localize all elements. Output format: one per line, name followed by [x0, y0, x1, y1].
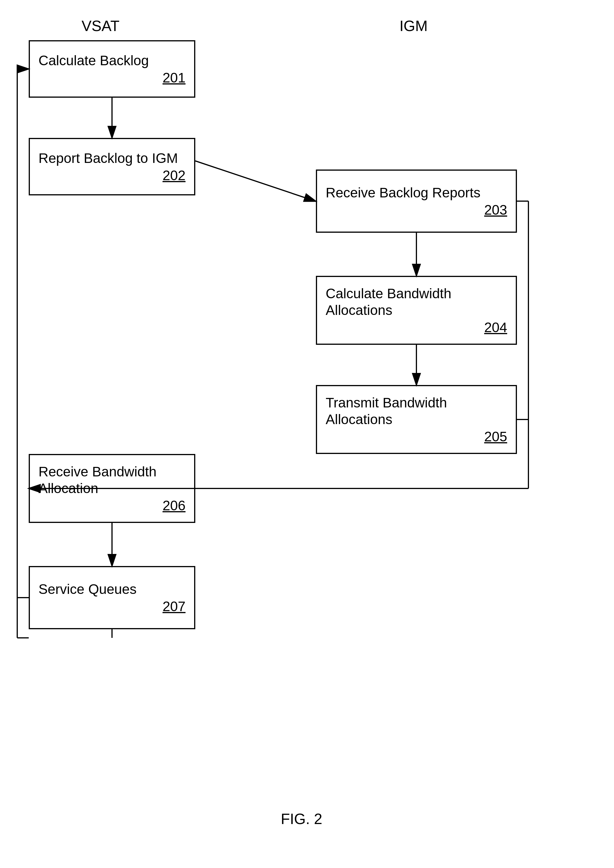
svg-line-6	[195, 161, 315, 201]
fig-label: FIG. 2	[259, 810, 345, 828]
igm-label: IGM	[316, 17, 511, 34]
box-205: Transmit Bandwidth Allocations 205	[316, 385, 517, 454]
box-204: Calculate Bandwidth Allocations 204	[316, 276, 517, 345]
vsat-label: VSAT	[17, 17, 184, 34]
flow-arrows	[0, 0, 614, 868]
box-202: Report Backlog to IGM 202	[29, 138, 195, 196]
box-207: Service Queues 207	[29, 566, 195, 629]
box-206: Receive Bandwidth Allocation 206	[29, 454, 195, 523]
box-203: Receive Backlog Reports 203	[316, 169, 517, 233]
box-201: Calculate Backlog 201	[29, 40, 195, 98]
diagram-container: VSAT IGM Calculate Backlog 201 Report Ba…	[0, 0, 614, 868]
